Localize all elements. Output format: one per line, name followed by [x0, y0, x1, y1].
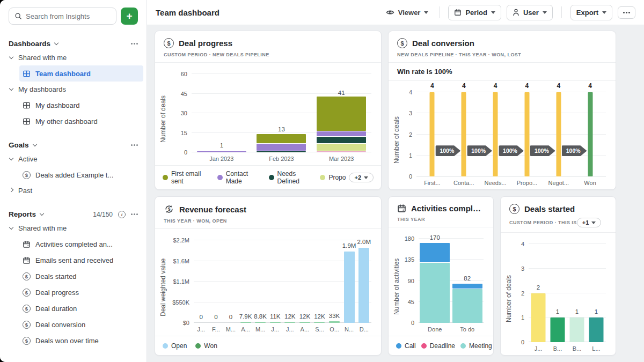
x-axis-label: Jan 2023 — [192, 156, 252, 162]
bar[interactable] — [299, 240, 310, 323]
sidebar-item-deal-conversion-report[interactable]: $ Deal conversion — [0, 316, 147, 333]
bar[interactable] — [344, 240, 355, 323]
bar[interactable] — [524, 92, 529, 176]
bar[interactable] — [588, 92, 592, 176]
bar[interactable] — [531, 244, 546, 342]
period-button[interactable]: Period — [448, 5, 501, 20]
sidebar-item-emails-report[interactable]: Emails sent and received — [0, 252, 147, 268]
sidebar-item-deals-started-report[interactable]: $ Deals started — [0, 268, 147, 284]
main-area: Team dashboard Viewer Period User Export — [147, 0, 644, 362]
bar[interactable] — [329, 240, 340, 323]
card-title: Revenue forecast — [179, 205, 246, 214]
bar-segment — [317, 137, 366, 143]
activities-legend: Call Deadline Meeting — [389, 336, 493, 355]
x-axis-label: A... — [238, 326, 253, 333]
reports-section-toggle[interactable]: Reports — [9, 210, 43, 218]
chevron-down-icon — [40, 211, 44, 216]
bar[interactable] — [493, 92, 498, 176]
viewer-dropdown[interactable]: Viewer — [384, 5, 431, 20]
goals-more-button[interactable] — [131, 144, 133, 146]
bar-slot: 13 — [252, 74, 312, 152]
user-icon — [513, 9, 519, 16]
bar[interactable] — [556, 92, 561, 176]
group-dashboards-shared-with-me[interactable]: Shared with me — [0, 50, 147, 65]
group-my-dashboards[interactable]: My dashboards — [0, 82, 147, 97]
y-tick-label: 0 — [411, 320, 414, 326]
bar[interactable] — [589, 244, 604, 342]
bar[interactable] — [197, 74, 246, 152]
group-goals-active[interactable]: Active — [0, 151, 147, 167]
chevron-down-icon — [32, 142, 36, 146]
bar-value-label: 4 — [511, 82, 543, 90]
legend-label: Needs Defined — [277, 170, 314, 185]
bar-value-label: 1 — [548, 308, 567, 315]
bar[interactable] — [314, 240, 325, 323]
reports-more-button[interactable] — [131, 213, 133, 215]
legend-dot — [195, 343, 201, 349]
sidebar-item-team-dashboard[interactable]: Team dashboard — [19, 65, 143, 82]
bar-slot: 1 — [548, 244, 567, 342]
sidebar-item-deals-added-goal[interactable]: $ Deals added Example t... — [0, 167, 147, 183]
chevron-down-icon — [9, 86, 13, 91]
y-tick-label: 180 — [405, 235, 414, 242]
bar[interactable] — [462, 92, 466, 176]
bar[interactable] — [270, 240, 281, 323]
user-button[interactable]: User — [507, 5, 553, 20]
y-tick-label: $550K — [172, 299, 189, 306]
bar[interactable] — [257, 74, 306, 152]
bar-segment — [420, 243, 450, 263]
y-tick-label: 4 — [409, 89, 412, 95]
legend-more-dropdown[interactable]: +2 — [349, 173, 374, 182]
calendar-icon — [23, 240, 31, 248]
bar-slot: 1 — [567, 244, 587, 342]
bar[interactable] — [551, 244, 565, 342]
eye-icon — [386, 9, 394, 16]
y-tick-label: 15 — [181, 130, 187, 136]
bar[interactable] — [358, 240, 369, 323]
bar-value-label: 13 — [252, 126, 312, 132]
legend-label: Meeting — [469, 342, 492, 350]
y-tick-label: 60 — [181, 71, 187, 77]
more-options-button[interactable] — [618, 6, 635, 19]
dashboard-grid-icon — [23, 70, 31, 78]
bar[interactable] — [570, 244, 584, 342]
bar[interactable] — [255, 240, 266, 323]
bar[interactable] — [240, 240, 251, 323]
win-rate-banner: Win rate is 100% — [389, 63, 616, 81]
caret-down-icon — [364, 176, 368, 179]
dashboards-more-button[interactable] — [131, 43, 133, 45]
group-reports-shared-with-me[interactable]: Shared with me — [0, 220, 147, 236]
legend-item: Open — [163, 342, 187, 350]
plot-area: $0$550K$1.1M$1.6M$2.2M0007.9K8.8K11K12K1… — [194, 240, 371, 323]
search-input[interactable] — [26, 12, 111, 20]
bar[interactable] — [284, 240, 295, 323]
bar[interactable] — [317, 74, 366, 152]
search-box[interactable] — [9, 8, 116, 25]
export-button[interactable]: Export — [570, 5, 612, 20]
deal-dollar-icon: $ — [164, 38, 174, 48]
sidebar-item-deal-progress-report[interactable]: $ Deal progress — [0, 284, 147, 300]
sidebar-item-my-other-dashboard[interactable]: My other dashboard — [0, 113, 147, 129]
bar[interactable] — [420, 239, 450, 323]
bar-value-label: 1 — [587, 308, 606, 315]
sidebar-item-label: Emails sent and received — [35, 256, 113, 264]
subtitle-more-dropdown[interactable]: +1 — [577, 218, 602, 227]
bar[interactable] — [430, 92, 435, 176]
dashboards-section-toggle[interactable]: Dashboards — [9, 40, 58, 48]
goals-section-toggle[interactable]: Goals — [9, 141, 36, 149]
sidebar-item-deal-duration-report[interactable]: $ Deal duration — [0, 300, 147, 316]
sidebar-item-deals-won-report[interactable]: $ Deals won over time — [0, 333, 147, 349]
info-icon[interactable]: i — [118, 211, 126, 218]
sidebar-item-my-dashboard[interactable]: My dashboard — [0, 97, 147, 113]
bar-slot: 33K — [327, 240, 342, 323]
y-tick-label: $0 — [183, 320, 189, 326]
bar-value-label: 12K — [297, 313, 312, 320]
bar-value-label: 1 — [567, 308, 587, 315]
add-button[interactable]: + — [121, 8, 138, 25]
bar-value-label: 7.9K — [238, 313, 253, 320]
caret-down-icon — [543, 11, 547, 14]
sidebar-item-activities-completed-report[interactable]: Activities completed an... — [0, 236, 147, 252]
group-goals-past[interactable]: Past — [0, 183, 147, 198]
bar-slot: 0 — [223, 240, 238, 323]
bar-segment — [588, 92, 592, 176]
